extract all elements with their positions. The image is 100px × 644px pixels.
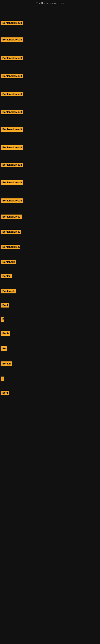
bottleneck-badge: Bottleneck result xyxy=(1,92,23,96)
list-item: Bottlen xyxy=(1,361,12,368)
bottleneck-badge: B xyxy=(1,317,4,322)
list-item: Bottleneck result xyxy=(1,37,23,44)
bottleneck-badge: Bottleneck xyxy=(1,289,16,294)
bottleneck-list: Bottleneck resultBottleneck resultBottle… xyxy=(0,7,100,611)
bottleneck-badge: Bottler xyxy=(1,274,12,278)
bottleneck-badge: Bottleneck resu xyxy=(1,230,21,234)
list-item: Bottleneck resu xyxy=(1,244,20,251)
bottleneck-badge: Bottleneck result xyxy=(1,38,23,42)
list-item: Bottleneck result xyxy=(1,20,23,27)
bottleneck-badge: Bottleneck resu xyxy=(1,214,22,219)
bottleneck-badge: Bottleneck result xyxy=(1,56,23,60)
bottleneck-badge: Bottl xyxy=(1,391,9,395)
bottleneck-badge: Bottleneck result xyxy=(1,145,23,150)
list-item: Bottle xyxy=(1,330,10,337)
list-item: Bottleneck result xyxy=(1,126,23,133)
list-item: Bottl xyxy=(1,390,9,397)
list-item: Bottleneck xyxy=(1,259,16,266)
list-item: Bottleneck result xyxy=(1,91,23,98)
list-item: Bottleneck result xyxy=(1,73,23,80)
list-item: Bottleneck xyxy=(1,288,16,295)
bottleneck-badge: Bottlen xyxy=(1,362,12,366)
list-item: Bottler xyxy=(1,273,12,280)
list-item: Bot xyxy=(1,346,7,352)
bottleneck-badge: Bottleneck resu xyxy=(1,245,20,249)
list-item: Bottleneck result xyxy=(1,109,23,116)
list-item: Bottleneck resu xyxy=(1,229,21,236)
bottleneck-badge: Bottl xyxy=(1,303,9,308)
list-item: Bottleneck result xyxy=(1,162,23,169)
bottleneck-badge: Bottleneck result xyxy=(1,180,23,185)
bottleneck-badge: Bottleneck result xyxy=(1,162,23,167)
list-item: Bottleneck result xyxy=(1,55,23,62)
list-item: Bottleneck result xyxy=(1,180,23,186)
bottleneck-badge: Bottleneck result xyxy=(1,198,23,203)
list-item: Bottleneck result xyxy=(1,144,23,151)
list-item: B xyxy=(1,316,4,323)
bottleneck-badge: Bot xyxy=(1,346,7,351)
list-item: | xyxy=(1,376,4,382)
bottleneck-badge: | xyxy=(1,376,4,381)
site-title: TheBottlenecker.com xyxy=(0,0,100,7)
site-header: TheBottlenecker.com xyxy=(0,0,100,7)
bottleneck-badge: Bottleneck result xyxy=(1,110,23,114)
bottleneck-badge: Bottleneck result xyxy=(1,74,23,78)
bottleneck-badge: Bottleneck result xyxy=(1,21,23,25)
bottleneck-badge: Bottleneck xyxy=(1,260,16,264)
list-item: Bottleneck result xyxy=(1,198,23,204)
bottleneck-badge: Bottle xyxy=(1,331,10,336)
list-item: Bottl xyxy=(1,302,9,309)
bottleneck-badge: Bottleneck result xyxy=(1,127,23,132)
list-item: Bottleneck resu xyxy=(1,214,22,220)
